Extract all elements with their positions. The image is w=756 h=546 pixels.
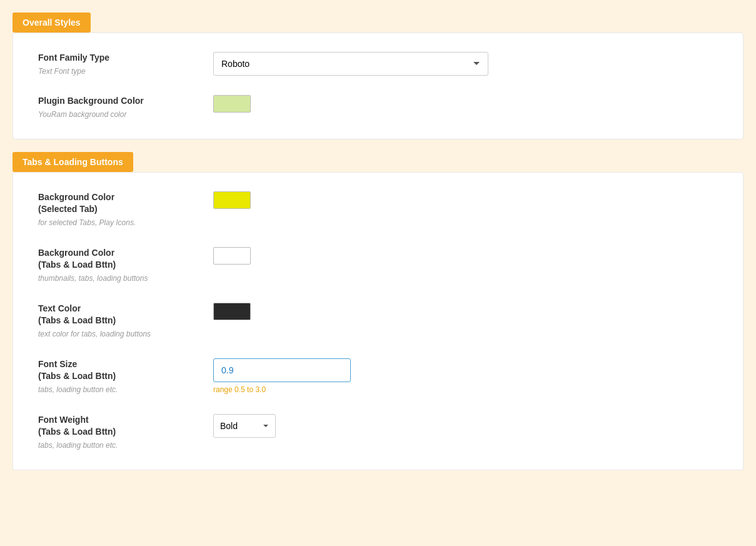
font-family-select[interactable]: Roboto Arial Helvetica Georgia Times New… (213, 52, 488, 76)
text-color-swatch-wrapper[interactable] (213, 303, 718, 320)
bg-selected-tab-control (213, 191, 718, 209)
overall-styles-card: Font Family Type Text Font type Roboto A… (13, 33, 743, 139)
tabs-loading-card: Background Color (Selected Tab) for sele… (13, 172, 743, 470)
tabs-loading-header: Tabs & Loading Buttons (13, 152, 133, 172)
text-color-control (213, 303, 718, 320)
bg-tabs-load-label: Background Color (Tabs & Load Bttn) thum… (38, 247, 213, 284)
plugin-bg-color-label: Plugin Background Color YouRam backgroun… (38, 95, 213, 119)
font-weight-control: Bold Normal Lighter Bolder 100 200 300 4… (213, 414, 718, 438)
overall-styles-header: Overall Styles (13, 13, 91, 33)
bg-tabs-load-row: Background Color (Tabs & Load Bttn) thum… (38, 247, 718, 284)
font-weight-row: Font Weight (Tabs & Load Bttn) tabs, loa… (38, 414, 718, 451)
bg-selected-tab-desc: for selected Tabs, Play Icons. (38, 218, 213, 228)
bg-tabs-load-desc: thumbnails, tabs, loading buttons (38, 273, 213, 284)
plugin-bg-color-control (213, 95, 718, 113)
bg-selected-tab-row: Background Color (Selected Tab) for sele… (38, 191, 718, 228)
plugin-bg-color-row: Plugin Background Color YouRam backgroun… (38, 95, 718, 119)
font-size-input[interactable] (213, 358, 351, 382)
font-weight-desc: tabs, loading button etc. (38, 440, 213, 451)
overall-styles-section: Overall Styles Font Family Type Text Fon… (13, 13, 743, 139)
plugin-bg-color-desc: YouRam background color (38, 109, 213, 120)
text-color-swatch[interactable] (213, 303, 251, 320)
font-family-title: Font Family Type (38, 52, 213, 64)
font-size-label: Font Size (Tabs & Load Bttn) tabs, loadi… (38, 358, 213, 395)
text-color-row: Text Color (Tabs & Load Bttn) text color… (38, 303, 718, 340)
bg-tabs-load-swatch[interactable] (213, 247, 251, 265)
font-size-range-hint: range 0.5 to 3.0 (213, 385, 718, 394)
font-size-row: Font Size (Tabs & Load Bttn) tabs, loadi… (38, 358, 718, 395)
bg-tabs-load-control (213, 247, 718, 265)
bg-selected-tab-label: Background Color (Selected Tab) for sele… (38, 191, 213, 228)
plugin-bg-swatch-wrapper[interactable] (213, 95, 718, 113)
plugin-bg-color-swatch[interactable] (213, 95, 251, 113)
text-color-label: Text Color (Tabs & Load Bttn) text color… (38, 303, 213, 340)
bg-tabs-load-title: Background Color (Tabs & Load Bttn) (38, 247, 213, 271)
font-weight-select[interactable]: Bold Normal Lighter Bolder 100 200 300 4… (213, 414, 276, 438)
bg-selected-tab-swatch-wrapper[interactable] (213, 191, 718, 209)
tabs-loading-section: Tabs & Loading Buttons Background Color … (13, 152, 743, 470)
text-color-desc: text color for tabs, loading buttons (38, 329, 213, 340)
font-family-control: Roboto Arial Helvetica Georgia Times New… (213, 52, 718, 76)
bg-selected-tab-title: Background Color (Selected Tab) (38, 191, 213, 216)
font-size-desc: tabs, loading button etc. (38, 385, 213, 395)
font-size-title: Font Size (Tabs & Load Bttn) (38, 358, 213, 383)
font-family-row: Font Family Type Text Font type Roboto A… (38, 52, 718, 76)
font-weight-title: Font Weight (Tabs & Load Bttn) (38, 414, 213, 438)
plugin-bg-color-title: Plugin Background Color (38, 95, 213, 108)
bg-selected-tab-swatch[interactable] (213, 191, 251, 209)
text-color-title: Text Color (Tabs & Load Bttn) (38, 303, 213, 327)
font-family-desc: Text Font type (38, 66, 213, 77)
bg-tabs-load-swatch-wrapper[interactable] (213, 247, 718, 265)
font-size-control: range 0.5 to 3.0 (213, 358, 718, 394)
font-family-label: Font Family Type Text Font type (38, 52, 213, 76)
font-weight-label: Font Weight (Tabs & Load Bttn) tabs, loa… (38, 414, 213, 451)
